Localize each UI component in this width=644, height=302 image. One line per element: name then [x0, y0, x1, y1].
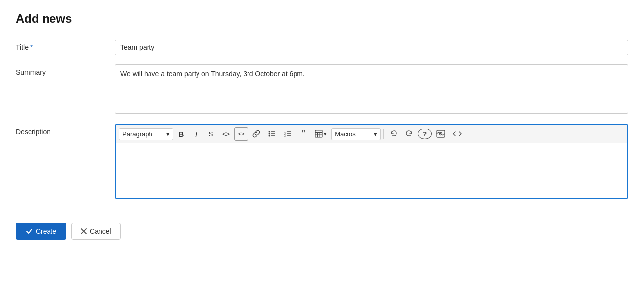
- preview-icon: [436, 130, 445, 138]
- required-indicator: *: [30, 43, 33, 51]
- cancel-button[interactable]: Cancel: [71, 223, 121, 240]
- editor-toolbar: Paragraph ▾ B I S <> <>: [116, 125, 627, 143]
- italic-button[interactable]: I: [189, 127, 203, 141]
- cursor: [121, 149, 121, 157]
- title-field: [115, 40, 628, 55]
- summary-field: We will have a team party on Thursday, 3…: [115, 64, 628, 115]
- actions-row: Create Cancel: [16, 219, 628, 240]
- title-input[interactable]: [115, 40, 628, 55]
- table-button[interactable]: ▾: [311, 127, 330, 141]
- strikethrough-button[interactable]: S: [204, 127, 218, 141]
- create-button[interactable]: Create: [16, 223, 66, 240]
- macros-select[interactable]: Macros ▾: [331, 128, 381, 140]
- description-editor[interactable]: [116, 143, 627, 198]
- redo-button[interactable]: [402, 127, 417, 141]
- page-title: Add news: [16, 12, 628, 26]
- title-row: Title*: [16, 40, 628, 55]
- svg-point-4: [269, 135, 270, 137]
- bold-button[interactable]: B: [174, 127, 188, 141]
- link-button[interactable]: [249, 127, 264, 141]
- description-field: Paragraph ▾ B I S <> <>: [115, 124, 628, 199]
- blockquote-button[interactable]: ": [297, 127, 310, 141]
- form-divider: [16, 209, 628, 209]
- checkmark-icon: [26, 228, 33, 235]
- bullet-list-icon: [268, 130, 276, 138]
- inline-code-button[interactable]: <>: [219, 127, 233, 141]
- summary-row: Summary We will have a team party on Thu…: [16, 64, 628, 115]
- summary-textarea[interactable]: We will have a team party on Thursday, 3…: [115, 64, 628, 114]
- summary-label: Summary: [16, 64, 115, 76]
- close-icon: [81, 228, 87, 234]
- bullet-list-button[interactable]: [265, 127, 280, 141]
- paragraph-select[interactable]: Paragraph ▾: [119, 128, 173, 140]
- chevron-down-icon: ▾: [166, 130, 170, 138]
- svg-rect-12: [315, 130, 322, 137]
- link-icon: [252, 130, 260, 138]
- numbered-list-icon: 1 2 3: [284, 130, 292, 138]
- description-row: Description Paragraph ▾ B I S: [16, 124, 628, 199]
- help-button[interactable]: ?: [418, 129, 432, 139]
- macros-chevron-icon: ▾: [374, 130, 377, 138]
- undo-button[interactable]: [386, 127, 401, 141]
- code-block-button[interactable]: <>: [234, 127, 248, 141]
- description-label: Description: [16, 124, 115, 136]
- source-button[interactable]: [449, 127, 465, 141]
- redo-icon: [405, 130, 413, 138]
- source-icon: [453, 130, 462, 138]
- svg-text:3: 3: [284, 134, 286, 137]
- table-icon: [315, 130, 323, 138]
- toolbar-divider: [383, 129, 384, 139]
- svg-point-2: [269, 133, 270, 135]
- title-label: Title*: [16, 40, 115, 51]
- numbered-list-button[interactable]: 1 2 3: [281, 127, 296, 141]
- undo-icon: [390, 130, 397, 138]
- svg-point-0: [269, 131, 270, 133]
- preview-button[interactable]: [433, 127, 448, 141]
- rich-editor: Paragraph ▾ B I S <> <>: [115, 124, 628, 199]
